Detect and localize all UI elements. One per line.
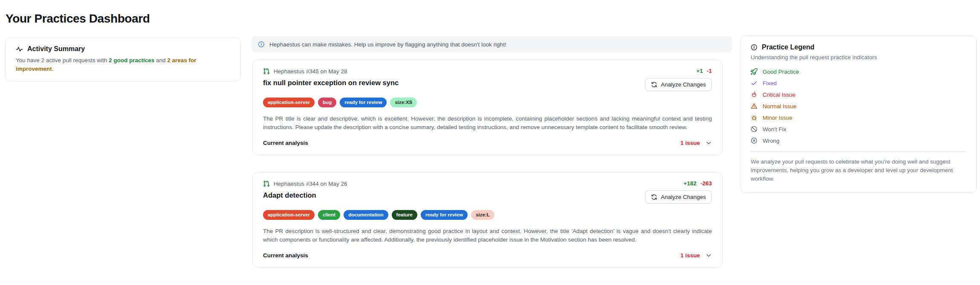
warning-triangle-icon: [751, 103, 757, 109]
issue-count: 1 issue: [680, 252, 700, 259]
pr-meta-text: Hephaestus #344 on May 26: [274, 181, 347, 187]
legend-item-normal-issue: Normal Issue: [751, 103, 966, 109]
flame-icon: [751, 91, 757, 98]
pr-deletions: -1: [707, 68, 712, 74]
pr-label-badge: feature: [392, 210, 417, 220]
pr-cards-list: Hephaestus #345 on May 28 fix null point…: [252, 60, 723, 268]
pr-label-badge: application-server: [263, 98, 315, 107]
legend-item-label: Fixed: [763, 80, 777, 86]
legend-item-label: Wrong: [763, 138, 780, 144]
pr-label-badge: ready for review: [421, 210, 468, 220]
pr-badges: application-server bug ready for review …: [263, 98, 712, 107]
legend-item-label: Critical Issue: [763, 92, 795, 98]
pr-card-344: Hephaestus #344 on May 26 Adapt detectio…: [252, 172, 723, 268]
pr-description: The PR title is clear and descriptive, w…: [263, 115, 712, 132]
pr-additions: +182: [684, 180, 697, 187]
pr-label-badge: size:L: [471, 210, 494, 220]
pr-title: fix null pointer exception on review syn…: [263, 79, 399, 87]
current-analysis-label: Current analysis: [263, 252, 308, 259]
pr-diff-stats: +1 -1: [697, 68, 712, 74]
practices-dashboard: Your Practices Dashboard Activity Summar…: [0, 0, 980, 285]
pr-label-badge: documentation: [344, 210, 388, 220]
pr-label-badge: ready for review: [340, 98, 387, 107]
bug-icon: [751, 114, 757, 121]
pr-badges: application-server client documentation …: [263, 210, 712, 220]
activity-pulse-icon: [16, 46, 23, 53]
activity-summary-title: Activity Summary: [27, 45, 85, 53]
legend-item-wont-fix: Won't Fix: [751, 126, 966, 132]
sync-icon: [651, 81, 657, 88]
circle-slash-icon: [751, 126, 757, 132]
legend-item-label: Won't Fix: [763, 126, 786, 132]
pr-card-345: Hephaestus #345 on May 28 fix null point…: [252, 60, 723, 155]
analyze-changes-label: Analyze Changes: [661, 81, 706, 88]
activity-summary-card: Activity Summary You have 2 active pull …: [5, 37, 241, 81]
legend-item-good-practice: Good Practice: [751, 68, 966, 75]
pr-label-badge: bug: [318, 98, 336, 107]
issues-expander[interactable]: 1 issue: [680, 252, 712, 259]
pr-label-badge: size:XS: [390, 98, 417, 107]
activity-summary-text: You have 2 active pull requests with 2 g…: [16, 56, 230, 73]
practice-legend-panel: Practice Legend Understanding the pull r…: [740, 35, 977, 193]
legend-items: Good Practice Fixed Critical Issue Norma…: [751, 68, 966, 144]
pr-description: The PR description is well-structured an…: [263, 227, 712, 244]
git-pull-request-icon: [263, 68, 270, 75]
rocket-icon: [751, 68, 757, 75]
page-title: Your Practices Dashboard: [6, 12, 150, 26]
pr-meta-text: Hephaestus #345 on May 28: [274, 68, 347, 75]
pr-diff-stats: +182 -263: [684, 180, 712, 187]
chevron-down-icon: [705, 140, 712, 146]
legend-item-fixed: Fixed: [751, 80, 966, 86]
pr-additions: +1: [697, 68, 703, 74]
legend-title: Practice Legend: [762, 43, 815, 51]
activity-text-suffix: .: [52, 66, 54, 72]
pr-label-badge: client: [318, 210, 340, 220]
chevron-down-icon: [705, 252, 712, 259]
x-circle-icon: [751, 137, 757, 144]
activity-text-connector: and: [154, 57, 167, 63]
legend-item-label: Normal Issue: [763, 103, 797, 109]
analyze-changes-button[interactable]: Analyze Changes: [645, 78, 712, 91]
pr-label-badge: application-server: [263, 210, 315, 220]
issue-count: 1 issue: [680, 140, 700, 146]
legend-item-label: Good Practice: [763, 69, 799, 75]
activity-text-prefix: You have 2 active pull requests with: [16, 57, 109, 63]
analyze-changes-button[interactable]: Analyze Changes: [645, 190, 712, 204]
legend-item-label: Minor Issue: [763, 115, 792, 121]
pr-title: Adapt detection: [263, 191, 347, 199]
sync-icon: [651, 194, 657, 200]
git-pull-request-icon: [263, 180, 270, 187]
legend-item-wrong: Wrong: [751, 137, 966, 144]
legend-subtitle: Understanding the pull request practice …: [751, 54, 966, 60]
pr-deletions: -263: [700, 180, 712, 187]
legend-item-minor-issue: Minor Issue: [751, 114, 966, 121]
info-icon: [258, 41, 265, 48]
disclaimer-banner: Hephaestus can make mistakes. Help us im…: [252, 36, 732, 52]
legend-item-critical-issue: Critical Issue: [751, 91, 966, 98]
info-icon: [751, 44, 757, 51]
issues-expander[interactable]: 1 issue: [680, 140, 712, 146]
good-practices-count: 2 good practices: [109, 57, 154, 63]
check-icon: [751, 80, 757, 86]
legend-divider: [751, 151, 966, 152]
analyze-changes-label: Analyze Changes: [661, 194, 706, 200]
legend-footer-text: We analyze your pull requests to celebra…: [751, 158, 966, 183]
current-analysis-label: Current analysis: [263, 140, 308, 146]
disclaimer-text: Hephaestus can make mistakes. Help us im…: [269, 41, 506, 48]
